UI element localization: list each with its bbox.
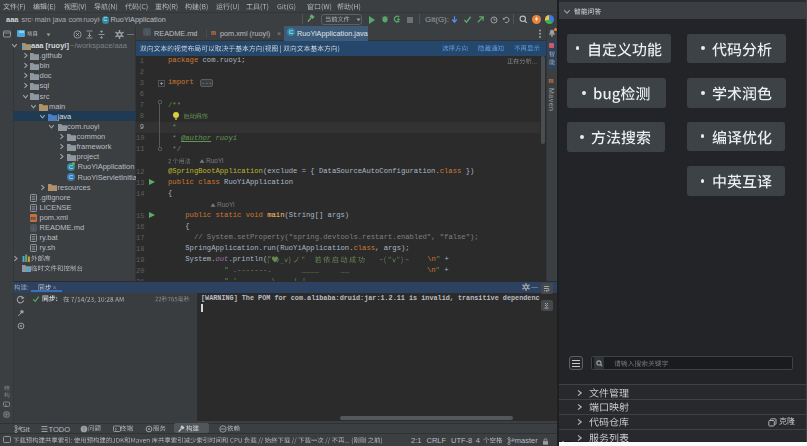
svg-text:!: ! <box>83 426 84 431</box>
